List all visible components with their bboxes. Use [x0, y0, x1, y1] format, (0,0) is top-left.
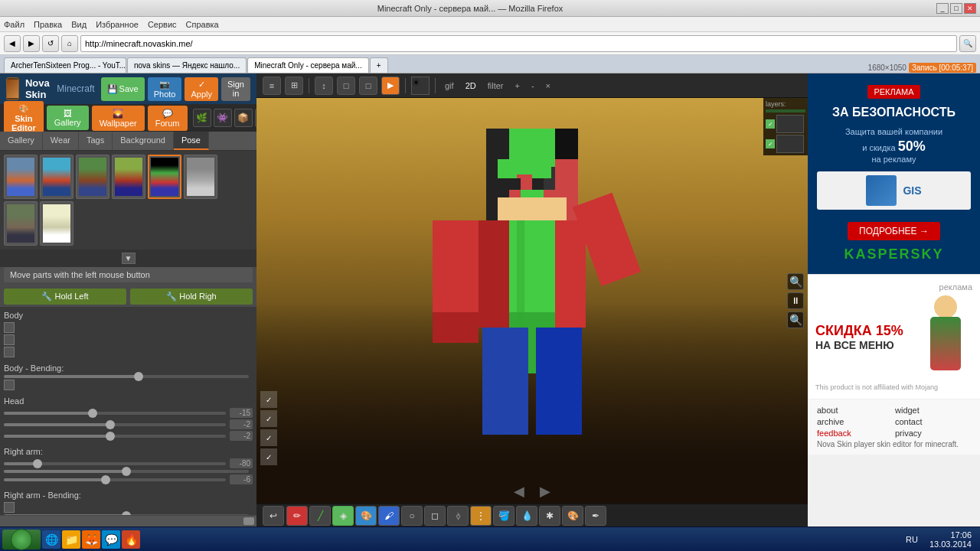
skin-thumb-8[interactable] — [40, 201, 74, 246]
bucket-btn[interactable]: 🪣 — [493, 506, 514, 526]
footer-privacy[interactable]: privacy — [895, 429, 971, 438]
back-button[interactable]: ◀ — [4, 35, 21, 52]
menu-btn[interactable]: ≡ — [263, 77, 281, 95]
hold-left-button[interactable]: 🔧 Hold Left — [4, 289, 126, 305]
menu-file[interactable]: Файл — [4, 20, 24, 29]
footer-contact[interactable]: contact — [895, 417, 971, 426]
sun-icon[interactable]: ☀ — [411, 77, 430, 95]
palette-btn[interactable]: 🎨 — [562, 506, 583, 526]
play-btn[interactable]: ▶ — [381, 77, 400, 95]
wm-icon-2[interactable]: ✓ — [260, 410, 277, 427]
reload-button[interactable]: ↺ — [42, 35, 59, 52]
minus-btn[interactable]: - — [528, 80, 538, 92]
paint-btn[interactable]: 🎨 — [355, 506, 377, 526]
taskbar-ie[interactable]: 🌐 — [42, 530, 60, 549]
menu-favorites[interactable]: Избранное — [96, 20, 139, 29]
wm-icon-1[interactable]: ✓ — [260, 391, 277, 408]
menu-edit[interactable]: Правка — [34, 20, 62, 29]
tab-tags[interactable]: Tags — [79, 132, 113, 150]
eyedrop-btn[interactable]: 💧 — [516, 506, 537, 526]
tab-1[interactable]: ArcherTenSixteen Prog... - YouT... — [4, 57, 126, 73]
taskbar-app4[interactable]: 🔥 — [122, 530, 140, 549]
stamp-btn[interactable]: ⎀ — [447, 506, 469, 526]
brush-btn[interactable]: 🖌 — [378, 506, 400, 526]
scroll-down-btn[interactable]: ▼ — [122, 253, 136, 264]
tab-background[interactable]: Background — [113, 132, 174, 150]
search-button[interactable]: 🔍 — [959, 35, 976, 52]
grid-btn[interactable]: ⊞ — [285, 77, 303, 95]
gallery-btn[interactable]: 🖼 Gallery — [47, 106, 89, 130]
undo-btn[interactable]: ↩ — [263, 506, 284, 526]
filter-btn[interactable]: filter — [484, 80, 508, 92]
layer-1-check[interactable]: ✓ — [766, 119, 775, 129]
zoom-in-btn[interactable]: 🔍 — [787, 273, 804, 290]
next-arrow[interactable]: ▶ — [540, 483, 550, 500]
taskbar-explorer[interactable]: 📁 — [62, 530, 80, 549]
footer-widget[interactable]: widget — [895, 406, 971, 415]
body-cb-3[interactable] — [4, 347, 15, 357]
close-button[interactable]: ✕ — [964, 3, 976, 14]
zoom-out-btn[interactable]: 🔍 — [787, 311, 804, 328]
cube-icon[interactable]: 📦 — [234, 109, 253, 127]
head-slider-3[interactable] — [4, 435, 226, 438]
tab-new[interactable]: + — [370, 57, 388, 73]
wm-icon-4[interactable]: ✓ — [260, 448, 277, 465]
skin-thumb-6[interactable] — [184, 155, 217, 199]
box-btn-1[interactable]: □ — [337, 77, 355, 95]
brand-minecraft[interactable]: Minecraft — [57, 83, 94, 94]
start-button[interactable] — [2, 530, 41, 549]
tab-3[interactable]: Minecraft Only - сервера май... — [247, 57, 369, 73]
body-cb-2[interactable] — [4, 334, 15, 345]
noise-btn[interactable]: ⋮ — [470, 506, 492, 526]
right-arm-slider-1[interactable] — [4, 462, 226, 465]
fill-btn[interactable]: ◈ — [332, 506, 354, 526]
grass-icon[interactable]: 🌿 — [193, 109, 211, 127]
head-slider-1[interactable] — [4, 412, 226, 415]
taskbar-skype[interactable]: 💬 — [102, 530, 120, 549]
right-arm-slider-2[interactable] — [4, 470, 249, 473]
skin-thumb-1[interactable] — [4, 155, 38, 199]
ra-bending-cb[interactable] — [4, 502, 15, 513]
skin-thumb-2[interactable] — [40, 155, 74, 199]
menu-tools[interactable]: Сервис — [148, 20, 177, 29]
apply-button[interactable]: ✓ Apply — [185, 77, 218, 101]
skin-thumb-3[interactable] — [76, 155, 109, 199]
tab-gallery[interactable]: Gallery — [0, 132, 43, 150]
signin-button[interactable]: Sign in — [221, 77, 250, 101]
creeper-icon[interactable]: 👾 — [214, 109, 232, 127]
footer-archive[interactable]: archive — [817, 417, 893, 426]
maximize-button[interactable]: □ — [950, 3, 962, 14]
line-btn[interactable]: ╱ — [309, 506, 331, 526]
ra-bending-slider[interactable] — [4, 514, 249, 515]
address-bar[interactable] — [80, 35, 957, 52]
tab-2[interactable]: nova skins — Яндекс нашло... — [127, 57, 247, 73]
layer-2-check[interactable]: ✓ — [766, 139, 775, 148]
forward-button[interactable]: ▶ — [23, 35, 40, 52]
eraser-btn[interactable]: ◻ — [424, 506, 446, 526]
sidebar-scrollbar[interactable] — [0, 515, 256, 527]
home-button[interactable]: ⌂ — [61, 35, 78, 52]
tab-wear[interactable]: Wear — [43, 132, 79, 150]
save-button[interactable]: 💾 Save — [101, 77, 145, 101]
skin-thumb-7[interactable] — [4, 201, 38, 246]
magic-btn[interactable]: ✱ — [539, 506, 560, 526]
menu-help[interactable]: Справка — [186, 20, 219, 29]
tab-pose[interactable]: Pose — [174, 132, 209, 150]
2d-btn[interactable]: 2D — [462, 80, 480, 92]
head-slider-2[interactable] — [4, 423, 226, 426]
menu-view[interactable]: Вид — [71, 20, 87, 29]
box-btn-2[interactable]: □ — [359, 77, 377, 95]
taskbar-browser[interactable]: 🦊 — [82, 530, 100, 549]
body-bending-slider[interactable] — [4, 375, 249, 378]
x-btn[interactable]: × — [542, 80, 554, 92]
podrobnee-btn[interactable]: ПОДРОБНЕЕ → — [848, 222, 940, 240]
footer-about[interactable]: about — [817, 406, 893, 415]
pen-btn[interactable]: ✒ — [585, 506, 606, 526]
body-cb-1[interactable] — [4, 322, 15, 333]
right-arm-slider-3[interactable] — [4, 478, 226, 481]
skin-thumb-5[interactable] — [148, 155, 181, 199]
ellipsis-btn[interactable]: ○ — [401, 506, 423, 526]
footer-feedback[interactable]: feedback — [817, 429, 893, 438]
photo-button[interactable]: 📷 Photo — [148, 77, 182, 101]
skin-thumb-4[interactable] — [112, 155, 145, 199]
